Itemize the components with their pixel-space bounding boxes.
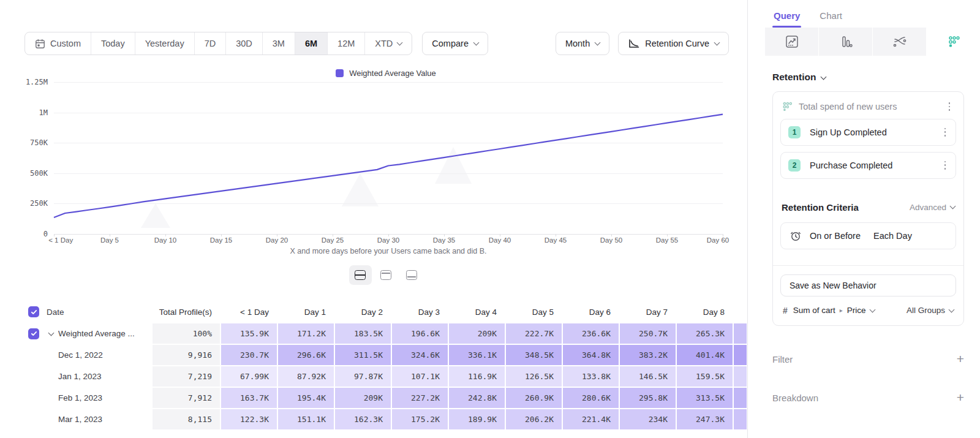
cell-value bbox=[734, 323, 747, 344]
advanced-label: Advanced bbox=[910, 203, 946, 212]
range-3m[interactable]: 3M bbox=[263, 32, 295, 55]
cell-value: 296.6K bbox=[278, 345, 334, 365]
range-7d[interactable]: 7D bbox=[195, 32, 227, 55]
compare-button[interactable]: Compare bbox=[422, 32, 488, 55]
sliver-cell bbox=[733, 409, 747, 430]
day-value-cell: 234K bbox=[619, 409, 676, 430]
x-tick-label: Day 55 bbox=[656, 236, 678, 244]
save-behavior-button[interactable]: Save as New Behavior bbox=[780, 274, 956, 296]
kebab-menu-icon[interactable] bbox=[940, 126, 951, 138]
criteria-condition-row[interactable]: On or Before Each Day bbox=[780, 222, 956, 249]
main-panel: CustomTodayYesterday7D30D3M6M12MXTD Comp… bbox=[0, 0, 747, 438]
kebab-menu-icon[interactable] bbox=[944, 100, 955, 113]
event-step-1[interactable]: 1Sign Up Completed bbox=[780, 119, 956, 146]
day-value-cell: 296.6K bbox=[277, 344, 334, 366]
cell-value: 234K bbox=[620, 409, 676, 429]
chevron-down-icon[interactable] bbox=[48, 330, 55, 336]
layout-toggle-panel-bottom[interactable] bbox=[401, 265, 423, 285]
total-profiles-cell: 7,219 bbox=[152, 366, 221, 387]
row-checkbox[interactable] bbox=[28, 328, 39, 339]
day-value-cell: 206.2K bbox=[505, 409, 562, 430]
summary-label-cell: Weighted Average ... bbox=[47, 323, 152, 344]
summary-day-cell: 209K bbox=[448, 323, 505, 344]
cell-value: 383.2K bbox=[620, 345, 676, 365]
chevron-down-icon bbox=[869, 306, 875, 312]
cell-value: 67.99K bbox=[221, 366, 277, 387]
y-tick-label: 0 bbox=[43, 230, 48, 238]
range-label: 6M bbox=[305, 39, 317, 48]
tab-chart[interactable]: Chart bbox=[818, 6, 843, 28]
tab-query[interactable]: Query bbox=[772, 6, 801, 28]
section-breakdown: Breakdown+ bbox=[772, 393, 964, 403]
kebab-menu-icon[interactable] bbox=[940, 159, 951, 172]
range-xtd[interactable]: XTD bbox=[365, 32, 412, 55]
advanced-dropdown[interactable]: Advanced bbox=[910, 203, 955, 212]
report-tab-insights[interactable] bbox=[765, 28, 818, 56]
cell-value: 260.9K bbox=[506, 388, 562, 408]
retention-section-head[interactable]: Retention bbox=[772, 72, 964, 83]
retention-report-app: CustomTodayYesterday7D30D3M6M12MXTD Comp… bbox=[0, 0, 980, 438]
header-day6: Day 6 bbox=[562, 301, 619, 323]
header-day5: Day 5 bbox=[505, 301, 562, 323]
cell-value: 146.5K bbox=[620, 366, 676, 387]
cell-value: 311.5K bbox=[335, 345, 391, 365]
event-step-2[interactable]: 2Purchase Completed bbox=[780, 152, 956, 179]
retention-curve-icon bbox=[628, 39, 639, 49]
group-dropdown[interactable]: All Groups bbox=[907, 306, 954, 315]
range-6m[interactable]: 6M bbox=[295, 32, 328, 55]
cohort-date: Jan 1, 2023 bbox=[47, 366, 152, 387]
header-sliver bbox=[733, 301, 747, 323]
day-value-cell: 175.2K bbox=[391, 409, 448, 430]
cell-value: 159.5K bbox=[677, 366, 733, 387]
cell-value: 247.3K bbox=[677, 409, 733, 429]
behavior-events: 1Sign Up Completed2Purchase Completed bbox=[780, 119, 956, 179]
summary-day-cell: 135.9K bbox=[221, 323, 277, 344]
cell-value: 195.4K bbox=[278, 388, 334, 408]
report-tab-funnels[interactable] bbox=[819, 28, 872, 56]
day-value-cell: 133.8K bbox=[562, 366, 619, 387]
layout-toggle-split-horizontal[interactable] bbox=[349, 265, 372, 285]
sliver-cell bbox=[733, 387, 747, 409]
layout-toggle-panel-top[interactable] bbox=[375, 265, 398, 285]
date-range-segmented: CustomTodayYesterday7D30D3M6M12MXTD bbox=[24, 32, 412, 55]
section-label: Filter bbox=[772, 354, 957, 364]
retention-plot[interactable] bbox=[54, 82, 723, 234]
calendar-icon bbox=[35, 39, 45, 49]
chart-type-label: Retention Curve bbox=[645, 39, 709, 48]
day-value-cell: 336.1K bbox=[448, 344, 505, 366]
add-icon[interactable]: + bbox=[957, 393, 964, 402]
row-checkbox[interactable] bbox=[28, 306, 39, 317]
cell-value: 230.7K bbox=[221, 345, 277, 365]
event-label: Purchase Completed bbox=[810, 160, 940, 170]
day-value-cell: 295.8K bbox=[619, 387, 676, 409]
toolbar: CustomTodayYesterday7D30D3M6M12MXTD Comp… bbox=[24, 32, 747, 55]
report-tab-flows[interactable] bbox=[873, 28, 926, 56]
y-tick-label: 250K bbox=[30, 199, 48, 208]
granularity-button[interactable]: Month bbox=[556, 32, 609, 55]
criteria-heading: Retention Criteria bbox=[782, 202, 910, 213]
add-icon[interactable]: + bbox=[957, 354, 964, 364]
measure-property-dropdown[interactable]: Sum of cart ▸ Price bbox=[793, 306, 875, 315]
behavior-title[interactable]: Total spend of new users bbox=[799, 102, 938, 111]
range-30d[interactable]: 30D bbox=[226, 32, 263, 55]
cohort-date: Mar 1, 2023 bbox=[47, 409, 152, 430]
day-value-cell: 280.6K bbox=[562, 387, 619, 409]
cell-value: 209K bbox=[449, 323, 505, 344]
day-value-cell: 146.5K bbox=[619, 366, 676, 387]
compare-label: Compare bbox=[432, 39, 469, 48]
summary-day-cell: 250.7K bbox=[619, 323, 676, 344]
range-today[interactable]: Today bbox=[91, 32, 135, 55]
x-tick-label: Day 50 bbox=[600, 236, 622, 244]
cell-value: 87.92K bbox=[278, 366, 334, 387]
range-yesterday[interactable]: Yesterday bbox=[135, 32, 195, 55]
range-custom[interactable]: Custom bbox=[25, 32, 91, 55]
day-value-cell: 324.6K bbox=[391, 344, 448, 366]
chart-type-button[interactable]: Retention Curve bbox=[618, 32, 729, 55]
report-tab-retention[interactable] bbox=[927, 28, 980, 56]
behavior-card-head: Total spend of new users bbox=[780, 99, 956, 113]
cell-value: 97.87K bbox=[335, 366, 391, 387]
cell-value: 348.5K bbox=[506, 345, 562, 365]
day-value-cell: 209K bbox=[334, 387, 391, 409]
day-value-cell: 260.9K bbox=[505, 387, 562, 409]
range-12m[interactable]: 12M bbox=[328, 32, 365, 55]
